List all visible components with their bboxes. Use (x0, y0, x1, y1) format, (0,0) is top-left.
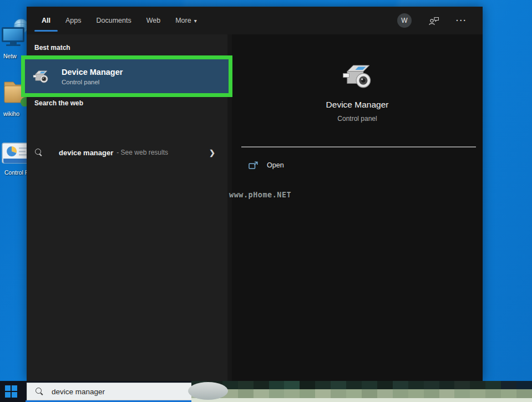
device-manager-icon-large (341, 61, 373, 90)
tab-apps[interactable]: Apps (65, 7, 82, 34)
windows-logo-icon (5, 385, 11, 391)
search-the-web-label: Search the web (34, 99, 83, 107)
control-panel-icon (1, 142, 28, 165)
device-manager-icon-small (32, 69, 49, 84)
open-action-row[interactable]: Open (232, 156, 483, 175)
best-match-result-highlighted[interactable]: Device Manager Control panel (21, 55, 232, 97)
desktop-icon-label: wikiho (0, 110, 27, 117)
preview-column: Device Manager Control panel Open (232, 34, 483, 381)
search-filter-header: All Apps Documents Web More▾ W ··· (27, 7, 483, 34)
tab-all[interactable]: All (42, 7, 50, 34)
header-right-icons: W ··· (397, 7, 467, 34)
open-icon (249, 161, 258, 170)
search-filter-tabs: All Apps Documents Web More▾ (42, 7, 197, 34)
search-icon (35, 149, 43, 157)
censored-mosaic (191, 381, 532, 402)
taskbar-search-value: device manager (52, 388, 105, 396)
web-search-suggestion-row[interactable]: device manager - See web results ❯ (27, 141, 227, 164)
more-options-icon[interactable]: ··· (456, 16, 467, 25)
result-title: Device Manager (62, 68, 123, 77)
preview-subtitle: Control panel (232, 115, 483, 123)
open-label: Open (267, 161, 284, 169)
start-button[interactable] (5, 385, 17, 398)
preview-card: Device Manager Control panel (232, 34, 483, 123)
desktop-icon-control-panel[interactable]: Control P (1, 142, 28, 176)
taskbar-search-box[interactable]: device manager (27, 383, 194, 400)
preview-divider (241, 146, 476, 147)
blurred-blob (188, 382, 228, 400)
chevron-down-icon: ▾ (194, 18, 197, 24)
desktop-icon-label: Control P (1, 169, 28, 176)
watermark-text: www.pHome.NET (229, 190, 291, 199)
chevron-right-icon: ❯ (209, 149, 215, 157)
preview-title: Device Manager (232, 100, 483, 110)
search-icon (36, 388, 44, 396)
account-avatar[interactable]: W (397, 13, 412, 28)
best-match-label: Best match (34, 44, 70, 52)
desktop-screen: Netw wikiho Control P All Apps Docu (0, 0, 532, 402)
feedback-icon[interactable] (428, 16, 439, 26)
tab-documents[interactable]: Documents (96, 7, 131, 34)
web-query-text: device manager (59, 149, 113, 157)
tab-web[interactable]: Web (146, 7, 160, 34)
web-suffix-text: - See web results (116, 149, 168, 156)
result-subtitle: Control panel (62, 79, 123, 85)
network-icon (0, 18, 27, 49)
tab-more[interactable]: More▾ (175, 7, 197, 34)
desktop-icon-network[interactable]: Netw (0, 18, 27, 59)
taskbar: device manager (0, 381, 532, 402)
